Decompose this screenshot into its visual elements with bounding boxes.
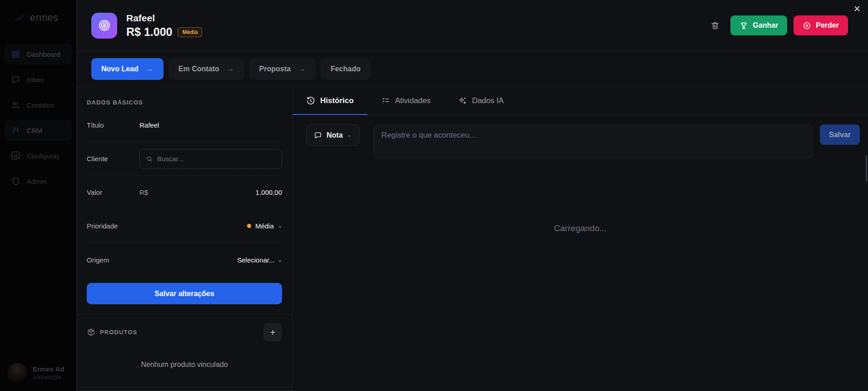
pipeline-stages: Novo Lead → Em Contato → Proposta → Fech… [77, 51, 868, 87]
field-prioridade: Prioridade Média ⌄ [87, 209, 282, 243]
tab-label: Atividades [395, 96, 431, 105]
lose-label: Perder [816, 21, 839, 30]
tab-dados-ia[interactable]: Dados IA [444, 87, 517, 115]
scrollbar-thumb[interactable] [866, 155, 867, 182]
arrow-right-icon: → [298, 64, 306, 74]
field-label: Prioridade [87, 222, 139, 230]
stage-label: Novo Lead [101, 65, 139, 73]
search-icon [146, 155, 153, 163]
priority-badge: Média [178, 27, 202, 37]
save-changes-button[interactable]: Salvar alterações [87, 283, 282, 304]
field-label: Origem [87, 256, 139, 264]
note-chat-icon [314, 131, 322, 139]
delete-lead-button[interactable] [706, 16, 724, 35]
products-section: PRODUTOS + Nenhum produto vinculado [77, 314, 292, 387]
valor-value[interactable]: 1.000,00 [256, 188, 282, 196]
win-lead-button[interactable]: Ganhar [730, 15, 787, 35]
tab-label: Histórico [320, 96, 354, 105]
field-titulo: Título Rafeel [87, 109, 282, 142]
app-root: ermes Dashboard Inbox [0, 0, 868, 391]
stage-label: Em Contato [179, 65, 219, 73]
chevron-down-icon: ⌄ [347, 132, 352, 138]
lead-avatar [91, 13, 117, 39]
stage-novo-lead[interactable]: Novo Lead → [91, 58, 164, 80]
stage-em-contato[interactable]: Em Contato → [169, 58, 244, 80]
field-origem: Origem Selecionar... ⌄ [87, 243, 282, 277]
prioridade-select[interactable]: Média ⌄ [247, 222, 282, 230]
sidebar: ermes Dashboard Inbox [0, 0, 76, 391]
package-icon [87, 328, 95, 337]
modal-content: DADOS BÁSICOS Título Rafeel Cliente [77, 87, 868, 391]
arrow-right-icon: → [146, 64, 154, 74]
checklist-icon [381, 96, 390, 105]
lead-title: Rafeel [126, 12, 202, 24]
field-label: Cliente [87, 155, 139, 163]
titulo-value[interactable]: Rafeel [139, 121, 159, 129]
note-type-label: Nota [327, 131, 343, 139]
trophy-icon [739, 21, 748, 30]
stage-proposta[interactable]: Proposta → [249, 58, 316, 80]
note-type-dropdown[interactable]: Nota ⌄ [306, 124, 359, 146]
products-section-title: PRODUTOS [100, 329, 137, 336]
lead-value: R$ 1.000 [126, 25, 172, 39]
cliente-search-box[interactable] [139, 149, 282, 169]
currency-prefix: R$ [139, 188, 148, 196]
activity-panel: Histórico Atividades Dados IA [293, 87, 868, 391]
products-empty-text: Nenhum produto vinculado [87, 344, 282, 387]
lead-detail-modal: Rafeel R$ 1.000 Média [76, 0, 868, 391]
lose-lead-button[interactable]: Perder [794, 15, 848, 35]
note-input[interactable] [374, 124, 813, 158]
stage-fechado[interactable]: Fechado [321, 58, 371, 80]
field-label: Valor [87, 188, 139, 196]
stage-label: Proposta [259, 65, 291, 73]
priority-dot-icon [247, 224, 251, 228]
lead-actions: Ganhar Perder [706, 15, 848, 35]
chevron-down-icon: ⌄ [278, 257, 282, 263]
basic-data-panel: DADOS BÁSICOS Título Rafeel Cliente [77, 87, 293, 391]
lead-header: Rafeel R$ 1.000 Média [77, 0, 868, 51]
trash-icon [710, 21, 720, 30]
stage-label: Fechado [331, 65, 361, 73]
activity-tabs: Histórico Atividades Dados IA [293, 87, 868, 115]
basic-data-section-title: DADOS BÁSICOS [87, 87, 282, 109]
clock-history-icon [306, 96, 315, 105]
prioridade-value: Média [255, 222, 274, 230]
origem-value: Selecionar... [237, 256, 275, 264]
save-note-button[interactable]: Salvar [820, 124, 860, 145]
add-product-button[interactable]: + [263, 323, 282, 342]
target-icon [98, 19, 111, 32]
origem-select[interactable]: Selecionar... ⌄ [237, 256, 282, 264]
arrow-right-icon: → [227, 64, 234, 74]
circle-x-icon [803, 21, 811, 30]
sparkles-icon [458, 96, 467, 105]
field-label: Título [87, 121, 139, 129]
modal-backdrop[interactable] [0, 0, 76, 391]
chevron-down-icon: ⌄ [278, 223, 282, 229]
panel-divider [77, 387, 292, 391]
field-cliente: Cliente [87, 142, 282, 176]
win-label: Ganhar [753, 21, 778, 30]
field-valor: Valor R$ 1.000,00 [87, 176, 282, 209]
close-icon[interactable]: ✕ [853, 5, 861, 13]
loading-text: Carregando... [293, 223, 868, 233]
tab-historico[interactable]: Histórico [293, 87, 367, 115]
tab-label: Dados IA [472, 96, 504, 105]
tab-atividades[interactable]: Atividades [367, 87, 444, 115]
lead-titles: Rafeel R$ 1.000 Média [126, 12, 202, 39]
note-composer: Nota ⌄ Salvar [293, 115, 868, 163]
cliente-search-input[interactable] [157, 155, 276, 163]
